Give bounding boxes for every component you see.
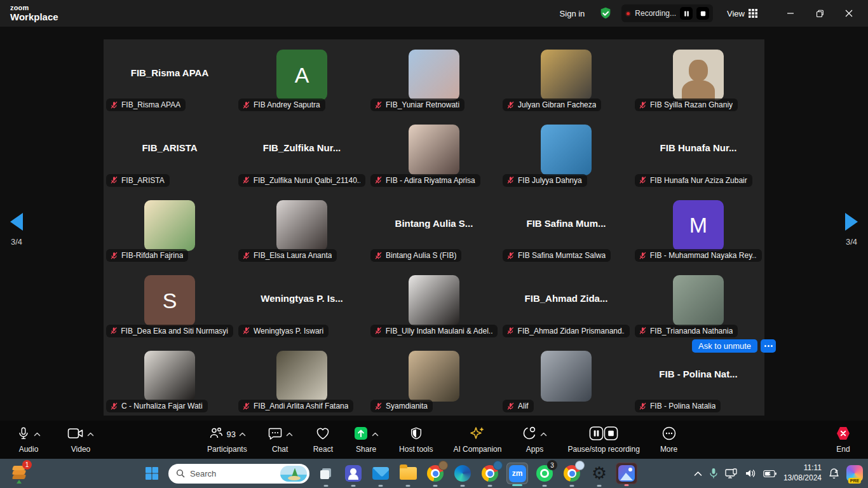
encryption-shield-icon[interactable] bbox=[599, 6, 613, 20]
next-page-arrow[interactable] bbox=[845, 213, 858, 231]
chrome-profile3-icon[interactable] bbox=[561, 463, 583, 484]
participant-tile[interactable]: FIB Hunafa Nur... FIB Hunafa Nur Aziza Z… bbox=[632, 114, 764, 189]
participant-tile[interactable]: FIB_Yuniar Retnowati bbox=[368, 39, 500, 114]
mic-muted-icon bbox=[242, 252, 250, 260]
participant-tile[interactable]: FIB - Adira Riyatma Aprisa bbox=[368, 114, 500, 189]
chevron-up-icon[interactable] bbox=[372, 432, 379, 437]
zoom-app-icon[interactable]: zm bbox=[506, 463, 528, 484]
participant-tile[interactable]: Syamdianita bbox=[368, 341, 500, 416]
teams-icon[interactable] bbox=[342, 463, 364, 484]
photos-app-icon[interactable] bbox=[616, 463, 637, 484]
audio-button[interactable]: Audio bbox=[14, 425, 43, 455]
participant-photo-avatar bbox=[144, 351, 195, 402]
share-button[interactable]: Share bbox=[351, 425, 381, 455]
mic-muted-icon bbox=[639, 327, 647, 335]
close-button[interactable] bbox=[836, 3, 862, 24]
participant-tile[interactable]: Weningtyas P. Is... Weningtyas P. Iswari bbox=[236, 265, 368, 340]
video-button[interactable]: Video bbox=[65, 425, 97, 455]
participant-tile[interactable]: FIB_Triananda Nathania bbox=[632, 265, 764, 340]
toolbar-button-label: Apps bbox=[526, 445, 543, 454]
participant-tile[interactable]: FIB_Ahmad Zida... FIB_Ahmad Zidan Prisma… bbox=[500, 265, 632, 340]
react-button[interactable]: React bbox=[311, 425, 336, 455]
minimize-button[interactable] bbox=[778, 3, 803, 24]
participant-tile[interactable]: FIB_Andi Arlita Ashif Fatana bbox=[236, 341, 368, 416]
tray-chevron-up-icon[interactable] bbox=[694, 471, 702, 477]
pause-stop-recording-button[interactable]: Pause/stop recording bbox=[565, 425, 642, 455]
tray-microphone-in-use-icon[interactable] bbox=[709, 468, 718, 479]
file-explorer-icon[interactable] bbox=[397, 463, 419, 484]
chat-button[interactable]: Chat bbox=[265, 425, 295, 455]
participant-tile[interactable]: FIB Syilla Razan Ghaniy bbox=[632, 39, 764, 114]
participant-tile[interactable]: FIB_Ully Indah Maulani & Adel... bbox=[368, 265, 500, 340]
tray-volume-icon[interactable] bbox=[745, 468, 756, 478]
participant-tile[interactable]: A FIB Andrey Saputra bbox=[236, 39, 368, 114]
participant-tile[interactable]: Alif bbox=[500, 341, 632, 416]
chevron-up-icon[interactable] bbox=[239, 432, 246, 437]
windows-taskbar: 1 Search zm 3 bbox=[0, 459, 868, 488]
chrome-profile2-icon[interactable] bbox=[479, 463, 501, 484]
view-grid-icon bbox=[749, 9, 757, 18]
chat-icon bbox=[268, 426, 283, 444]
copilot-icon[interactable]: PRE bbox=[846, 465, 863, 482]
participant-photo-avatar bbox=[673, 275, 724, 326]
previous-page-arrow[interactable] bbox=[10, 213, 23, 231]
chrome-icon[interactable] bbox=[424, 463, 446, 484]
mail-icon[interactable] bbox=[370, 463, 391, 484]
chevron-up-icon[interactable] bbox=[87, 432, 94, 437]
ai-companion-button[interactable]: AI Companion bbox=[451, 425, 504, 455]
participant-tile[interactable]: S FIB_Dea Eka and Siti Nurmasyi... bbox=[104, 265, 236, 340]
taskbar-corner-app-icon[interactable]: 1 bbox=[10, 463, 29, 484]
people-icon bbox=[208, 426, 224, 444]
tray-battery-icon[interactable] bbox=[763, 470, 776, 478]
participant-name-label: FIB_Dea Eka and Siti Nurmasyi... bbox=[106, 325, 233, 337]
mic-muted-icon bbox=[110, 402, 118, 410]
stop-recording-button[interactable] bbox=[696, 7, 709, 20]
start-button[interactable] bbox=[141, 463, 163, 484]
participant-tile[interactable]: Julyan Gibran Facheza bbox=[500, 39, 632, 114]
end-button[interactable]: End bbox=[832, 425, 854, 455]
pause-recording-button[interactable] bbox=[680, 7, 693, 20]
tray-notification-bell-icon[interactable] bbox=[829, 468, 839, 479]
chevron-up-icon[interactable] bbox=[286, 432, 293, 437]
participant-tile[interactable]: M FIB - Muhammad Nayaka Rey... bbox=[632, 190, 764, 265]
participant-name-label: Bintang Aulia S (FIB) bbox=[370, 249, 461, 262]
ask-to-unmute-button[interactable]: Ask to unmute bbox=[692, 339, 757, 353]
participant-display-name: Bintang Aulia S... bbox=[370, 217, 498, 228]
participant-tile[interactable]: FIB_Risma APAA FIB_Risma APAA bbox=[104, 39, 236, 114]
mic-muted-icon bbox=[242, 176, 250, 184]
chevron-up-icon[interactable] bbox=[34, 432, 41, 437]
mic-muted-icon bbox=[110, 327, 118, 335]
sign-in-button[interactable]: Sign in bbox=[555, 6, 590, 21]
tray-time: 11:11 bbox=[783, 463, 822, 473]
participant-tile[interactable]: FIB_ARISTA FIB_ARISTA bbox=[104, 114, 236, 189]
zoom-workplace-logo: zoom Workplace bbox=[10, 4, 58, 22]
taskbar-search-box[interactable]: Search bbox=[168, 464, 309, 484]
participant-tile[interactable]: Bintang Aulia S... Bintang Aulia S (FIB) bbox=[368, 190, 500, 265]
participant-hover-controls: Ask to unmute bbox=[692, 339, 776, 353]
participant-tile[interactable]: FIB-Rifdah Fajrina bbox=[104, 190, 236, 265]
chevron-up-icon[interactable] bbox=[540, 432, 547, 437]
participant-tile[interactable]: C - Nurhaliza Fajar Wati bbox=[104, 341, 236, 416]
participant-tile[interactable]: FIB_Zulfika Nur... FIB_Zulfika Nurul Qal… bbox=[236, 114, 368, 189]
participant-tile[interactable]: FIB Julyya Dahnya bbox=[500, 114, 632, 189]
participant-tile[interactable]: FIB_Elsa Laura Ananta bbox=[236, 190, 368, 265]
settings-gear-icon[interactable]: ⚙ bbox=[588, 463, 610, 484]
participant-more-options-button[interactable] bbox=[761, 339, 776, 353]
task-view-button[interactable] bbox=[315, 463, 337, 484]
search-highlight-image[interactable] bbox=[280, 466, 307, 482]
participant-name-label: FIB_Ully Indah Maulani & Adel... bbox=[370, 325, 498, 337]
view-button[interactable]: View bbox=[722, 6, 763, 21]
tray-clock[interactable]: 11:11 13/08/2024 bbox=[783, 463, 822, 483]
edge-icon[interactable] bbox=[452, 463, 473, 484]
more-button[interactable]: More bbox=[658, 425, 680, 455]
host-tools-button[interactable]: Host tools bbox=[397, 425, 435, 455]
restore-button[interactable] bbox=[807, 3, 832, 24]
tray-display-cast-icon[interactable] bbox=[725, 468, 738, 479]
mic-muted-icon bbox=[110, 101, 118, 109]
participants-button[interactable]: 93Participants bbox=[205, 425, 250, 455]
whatsapp-icon[interactable]: 3 bbox=[534, 463, 555, 484]
participant-tile[interactable]: FIB Safina Mum... FIB Safina Mumtaz Salw… bbox=[500, 190, 632, 265]
participant-name-label: Alif bbox=[503, 400, 534, 412]
toolbar-button-label: Host tools bbox=[399, 445, 433, 454]
apps-button[interactable]: Apps bbox=[519, 425, 550, 455]
